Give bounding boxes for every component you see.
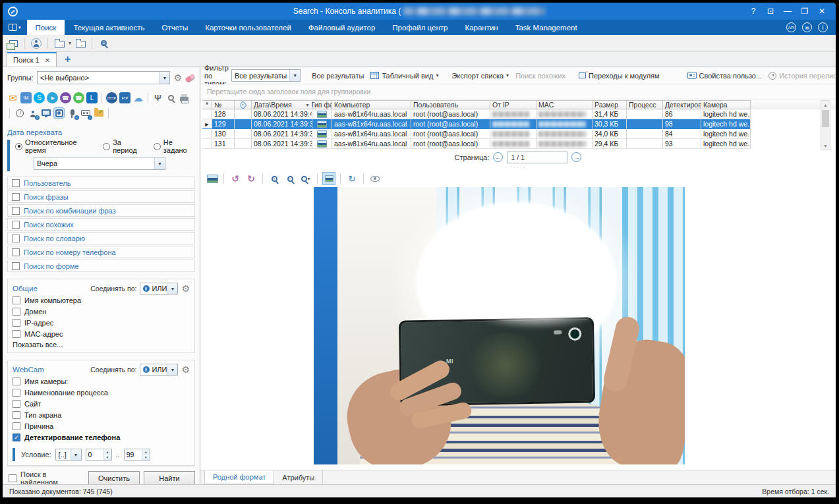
grouping-drop-zone[interactable]: Перетащите сюда заголовок поля для групп…	[200, 84, 836, 99]
menu-item-user-cards[interactable]: Карточки пользователей	[196, 20, 300, 35]
tab-native-format[interactable]: Родной формат	[204, 470, 274, 484]
minimize-button[interactable]: —	[780, 5, 795, 17]
eye-icon[interactable]	[368, 172, 382, 185]
export-query-caret-icon[interactable]: ▾	[69, 40, 71, 46]
checkbox[interactable]	[13, 422, 20, 430]
cloud-icon[interactable]: ☁	[132, 92, 144, 103]
col-marker[interactable]: *	[202, 100, 212, 109]
chevron-down-icon[interactable]: ▼	[167, 283, 177, 294]
chevron-down-icon[interactable]: ▼	[159, 72, 169, 84]
export-query-icon[interactable]: →	[53, 37, 66, 50]
webcam-join-combobox[interactable]: ИЛИ ▼	[140, 364, 178, 376]
menu-item-quarantine[interactable]: Карантин	[456, 20, 506, 35]
col-tag[interactable]	[235, 100, 252, 109]
whatsapp-icon[interactable]: ☎	[73, 92, 84, 103]
rotate-right-icon[interactable]: ↻	[245, 172, 258, 185]
webcam-phone-detection[interactable]: ✓Детектирование телефона	[13, 432, 190, 443]
col-type[interactable]: Тип фа	[312, 100, 332, 109]
checkbox[interactable]	[12, 235, 20, 242]
table-row[interactable]: 131 08.06.2021 14:39:33 aas-w81x64ru.aas…	[202, 139, 836, 149]
lync-icon[interactable]: L	[86, 92, 98, 103]
checkbox[interactable]	[13, 411, 20, 419]
eraser-icon[interactable]	[185, 73, 195, 82]
radio-not-set[interactable]: Не задано	[154, 138, 195, 154]
filter-row-form[interactable]: Поиск по форме	[7, 260, 195, 272]
scroll-thumb[interactable]	[822, 110, 829, 127]
filter-row-phrase-combination[interactable]: Поиск по комбинации фраз	[7, 204, 195, 217]
groups-settings-icon[interactable]: ⚙	[173, 73, 182, 82]
printer-icon[interactable]	[179, 92, 190, 103]
refresh-icon[interactable]: ↻	[345, 172, 359, 185]
folder-check-icon[interactable]	[93, 107, 104, 119]
filter-row-user[interactable]: Пользователь	[7, 177, 195, 189]
menu-item-current-activity[interactable]: Текущая активность	[65, 20, 153, 35]
help-button[interactable]: ?	[746, 5, 761, 17]
tab-attributes[interactable]: Атрибуты	[274, 470, 323, 484]
table-view-button[interactable]: Табличный вид▾	[368, 72, 440, 80]
common-settings-icon[interactable]: ⚙	[181, 284, 190, 293]
webcam-reason[interactable]: Причина	[13, 420, 190, 432]
col-process[interactable]: Процесс	[627, 100, 663, 109]
checkbox[interactable]	[13, 400, 20, 408]
mail-icon[interactable]: ✉	[7, 92, 18, 103]
menu-item-profile-center[interactable]: Профайл центр	[384, 20, 456, 35]
modules-icon[interactable]: ▤	[802, 22, 812, 32]
ftp-icon[interactable]: FTP	[119, 92, 130, 103]
webcam-site[interactable]: Сайт	[13, 398, 190, 409]
radio-relative-time[interactable]: Относительное время	[15, 138, 94, 154]
col-user[interactable]: Пользователь	[411, 100, 490, 109]
common-computer-name[interactable]: Имя компьютера	[13, 294, 190, 306]
microphone-icon[interactable]: i	[67, 107, 78, 119]
checkbox[interactable]	[13, 308, 20, 316]
splitter-grip[interactable]: ·····	[200, 165, 836, 170]
restore-button[interactable]: ❐	[797, 5, 812, 17]
condition-from-spinner[interactable]: 0 ▲▼	[86, 449, 112, 461]
filter-by-type-combobox[interactable]: Все результаты ▼	[231, 69, 301, 82]
col-detected[interactable]: Детектирова	[663, 100, 701, 109]
filter-row-dictionary[interactable]: Поиск по словарю	[7, 232, 195, 244]
tab-search-1[interactable]: Поиск 1 ✕	[7, 52, 57, 67]
close-button[interactable]: ✕	[815, 5, 829, 17]
table-row[interactable]: 128 08.06.2021 14:39:41 aas-w81x64ru.aas…	[202, 109, 836, 119]
common-mac-address[interactable]: MAC-адрес	[13, 328, 190, 339]
table-row-selected[interactable]: ▸ 129 08.06.2021 14:39:38 aas-w81x64ru.a…	[202, 119, 836, 129]
im-icon[interactable]: IM	[20, 92, 32, 103]
fit-to-window-icon[interactable]	[322, 172, 335, 185]
checkbox[interactable]	[13, 389, 20, 397]
webcam-screen-type[interactable]: Тип экрана	[13, 409, 190, 420]
checkbox[interactable]	[12, 262, 20, 270]
zoom-level-icon[interactable]: ▾	[299, 172, 312, 185]
zoom-out-icon[interactable]: −	[283, 172, 297, 185]
next-page-icon[interactable]: →	[571, 152, 581, 162]
col-num[interactable]: №	[212, 100, 235, 109]
go-to-modules-button[interactable]: Переходы к модулям	[577, 72, 662, 80]
info-icon[interactable]: i	[818, 22, 828, 32]
col-size[interactable]: Размер	[593, 100, 627, 109]
time-icon[interactable]	[14, 107, 25, 119]
api-icon[interactable]: API	[786, 22, 796, 32]
clear-button[interactable]: Очистить	[88, 471, 140, 484]
checkbox[interactable]	[13, 378, 20, 385]
menu-item-file-auditor[interactable]: Файловый аудитор	[300, 20, 384, 35]
show-all-link[interactable]: Показать все...	[13, 341, 190, 349]
find-button[interactable]: Найти	[144, 471, 195, 484]
common-domain[interactable]: Домен	[13, 306, 190, 317]
export-list-button[interactable]: Экспорт списка▾	[449, 72, 511, 80]
col-date[interactable]: Дата\Время▼	[252, 100, 312, 109]
usb-icon[interactable]: Ψ	[152, 92, 163, 103]
zoom-in-icon[interactable]: +	[268, 172, 281, 185]
checkbox[interactable]	[13, 330, 20, 338]
filter-row-phrase[interactable]: Поиск фразы	[7, 190, 195, 203]
add-tab-button[interactable]: +	[57, 52, 78, 67]
checkbox[interactable]	[13, 319, 20, 327]
webcam-process-name[interactable]: Наименование процесса	[13, 387, 190, 398]
relative-time-combobox[interactable]: Вчера ▼	[34, 157, 165, 170]
webcam-settings-icon[interactable]: ⚙	[181, 365, 190, 374]
groups-combobox[interactable]: <Не выбрано> ▼	[37, 71, 171, 84]
import-query-icon[interactable]: ←	[74, 37, 87, 50]
pin-panel-button[interactable]: ⊡	[763, 5, 778, 17]
user-search-icon[interactable]	[30, 37, 43, 50]
common-ip-address[interactable]: IP-адрес	[13, 317, 190, 328]
spin-up-icon[interactable]: ▲	[104, 449, 111, 455]
checkbox[interactable]	[13, 296, 20, 304]
